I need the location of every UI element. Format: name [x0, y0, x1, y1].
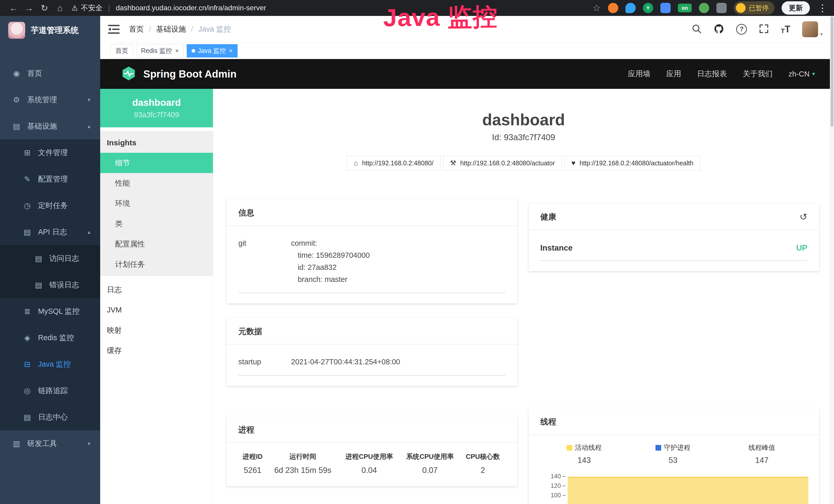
sba-item-logs[interactable]: 日志: [100, 280, 213, 300]
sba-item-scheduled-tasks[interactable]: 计划任务: [100, 254, 213, 274]
sba-item-jvm[interactable]: JVM: [100, 300, 213, 320]
extensions-puzzle-icon[interactable]: [716, 3, 727, 13]
chevron-down-icon: ▾: [820, 31, 823, 37]
screenshot-root: ← → ↻ ⌂ ⚠ 不安全 | dashboard.yudao.iocoder.…: [0, 0, 834, 504]
sba-nav-journal[interactable]: 日志报表: [697, 69, 727, 79]
sidebar-item-log-center[interactable]: ▤ 日志中心: [0, 404, 100, 430]
help-icon[interactable]: ?: [736, 24, 747, 35]
forward-button[interactable]: →: [22, 3, 36, 13]
active-dot: [192, 49, 195, 53]
extension-icon-green[interactable]: Y: [643, 3, 653, 13]
search-icon[interactable]: [692, 24, 702, 35]
sidebar-item-trace[interactable]: ◎ 链路追踪: [0, 377, 100, 404]
sidebar-item-label: 日志中心: [38, 412, 68, 422]
extension-icon-blue-drop[interactable]: [626, 3, 636, 13]
file-icon: ⊞: [22, 148, 33, 157]
sidebar-item-system[interactable]: ⚙ 系统管理 ▾: [0, 87, 100, 113]
instance-links: ⌂ http://192.168.0.2:48080/ ⚒ http://192…: [213, 156, 834, 170]
sidebar-item-error-log[interactable]: ▤ 错误日志: [0, 272, 100, 298]
history-icon[interactable]: ↺: [799, 211, 807, 222]
sidebar-item-label: 系统管理: [27, 95, 57, 105]
sidebar-item-file-manage[interactable]: ⊞ 文件管理: [0, 139, 100, 166]
sba-content: dashboard Id: 93a3fc7f7409 ⌂ http://192.…: [213, 89, 834, 504]
sba-item-configprops[interactable]: 配置属性: [100, 234, 213, 254]
eye-icon: ◎: [22, 386, 33, 395]
site-security-chip[interactable]: ⚠ 不安全 | dashboard.yudao.iocoder.cn/infra…: [71, 3, 266, 13]
fullscreen-icon[interactable]: [759, 24, 769, 35]
sba-item-caches[interactable]: 缓存: [100, 340, 213, 361]
sidebar-item-mysql-monitor[interactable]: ≣ MySQL 监控: [0, 298, 100, 324]
tag-redis-monitor[interactable]: Redis 监控 ×: [136, 44, 184, 58]
browser-home-button[interactable]: ⌂: [53, 3, 67, 13]
breadcrumb-home[interactable]: 首页: [129, 24, 144, 35]
monitor-icon: ▤: [11, 122, 22, 131]
link-actuator-url[interactable]: ⚒ http://192.168.0.2:48080/actuator: [443, 156, 562, 170]
extension-icon-orange[interactable]: [608, 3, 618, 13]
sidebar-item-dev-tools[interactable]: ▥ 研发工具 ▾: [0, 430, 100, 457]
threads-chart: 140 120 100: [537, 474, 809, 504]
breadcrumb: 首页 / 基础设施 / Java 监控: [129, 24, 231, 35]
extension-paused-badge[interactable]: 已暂停: [734, 1, 774, 15]
sidebar-item-redis-monitor[interactable]: ◈ Redis 监控: [0, 324, 100, 351]
breadcrumb-section[interactable]: 基础设施: [156, 24, 186, 35]
sidebar-item-access-log[interactable]: ▤ 访问日志: [0, 245, 100, 272]
reload-button[interactable]: ↻: [38, 3, 51, 13]
sidebar-item-java-monitor[interactable]: ⊟ Java 监控: [0, 351, 100, 377]
extension-icon-leaf[interactable]: [699, 3, 709, 13]
font-size-icon[interactable]: TT: [781, 24, 790, 35]
tag-java-monitor[interactable]: Java 监控 ×: [187, 44, 238, 58]
scrollbar-thumb[interactable]: [831, 17, 833, 127]
y-tick: 100: [550, 492, 565, 499]
sba-item-classes[interactable]: 类: [100, 214, 213, 234]
sba-nav-about[interactable]: 关于我们: [743, 69, 773, 79]
sidebar-item-label: 定时任务: [38, 201, 68, 211]
sidebar-item-scheduled-job[interactable]: ◷ 定时任务: [0, 192, 100, 219]
sba-language-select[interactable]: zh-CN ▾: [789, 70, 815, 78]
address-bar[interactable]: dashboard.yudao.iocoder.cn/infra/admin-s…: [116, 4, 266, 12]
tag-home[interactable]: 首页: [110, 44, 133, 58]
sba-nav-applications[interactable]: 应用: [666, 69, 681, 79]
sba-item-details[interactable]: 细节: [100, 153, 213, 173]
sidebar-item-api-log[interactable]: ▤ API 日志 ▴: [0, 219, 100, 245]
legend-item-peak-threads: 线程峰值 147: [717, 443, 806, 465]
extension-icon-switch-on[interactable]: on: [678, 4, 692, 12]
app-logo-row[interactable]: 芋道管理系统: [0, 16, 100, 45]
sba-item-metrics[interactable]: 性能: [100, 173, 213, 193]
browser-menu-icon[interactable]: ⋮: [817, 2, 827, 14]
extension-icon-grid[interactable]: [660, 3, 671, 13]
link-service-url[interactable]: ⌂ http://192.168.0.2:48080/: [347, 156, 440, 170]
sidebar-item-label: 基础设施: [27, 121, 57, 132]
sba-item-mappings[interactable]: 映射: [100, 320, 213, 340]
user-menu[interactable]: ▾: [802, 21, 823, 37]
sidebar-item-config-manage[interactable]: ✎ 配置管理: [0, 166, 100, 192]
sba-nav: 应用墙 应用 日志报表 关于我们 zh-CN ▾: [628, 69, 815, 79]
threads-legend: 活动线程 143 守护进程: [537, 435, 809, 465]
process-col-pid: 进程ID: [238, 444, 267, 463]
close-icon[interactable]: ×: [175, 47, 179, 54]
sidebar-fold-icon[interactable]: [108, 24, 120, 35]
page-scrollbar: [830, 16, 834, 504]
sba-item-environment[interactable]: 环境: [100, 193, 213, 214]
sba-nav-wallboard[interactable]: 应用墙: [628, 69, 650, 79]
chart-y-axis: 140 120 100: [537, 474, 566, 504]
bookmark-star-icon[interactable]: ☆: [593, 3, 601, 13]
chevron-down-icon: ▾: [88, 96, 90, 103]
sba-insights-group: Insights 细节 性能 环境 类 配置属性 计划任务: [100, 131, 213, 276]
breadcrumb-current: Java 监控: [198, 24, 231, 35]
cards-grid: 信息 git commit: time: 1596289704000: [213, 199, 834, 504]
sidebar-item-home[interactable]: ◉ 首页: [0, 60, 100, 87]
github-icon[interactable]: [714, 23, 724, 35]
sba-brand-title[interactable]: Spring Boot Admin: [143, 68, 237, 80]
sidebar-item-infra[interactable]: ▤ 基础设施 ▴: [0, 113, 100, 139]
sidebar-item-label: API 日志: [38, 227, 67, 237]
close-icon[interactable]: ×: [229, 47, 233, 54]
back-button[interactable]: ←: [7, 3, 21, 13]
warning-icon: ⚠: [71, 4, 78, 12]
sidebar-item-label: 错误日志: [49, 280, 79, 290]
link-health-url[interactable]: ♥ http://192.168.0.2:48080/actuator/heal…: [564, 156, 700, 170]
instance-name: dashboard: [132, 97, 181, 108]
chrome-update-button[interactable]: 更新: [782, 1, 810, 15]
cards-right-column: 健康 ↺ Instance UP: [529, 199, 819, 504]
navbar-actions: ? TT ▾: [692, 21, 834, 37]
app-title: 芋道管理系统: [31, 25, 79, 36]
